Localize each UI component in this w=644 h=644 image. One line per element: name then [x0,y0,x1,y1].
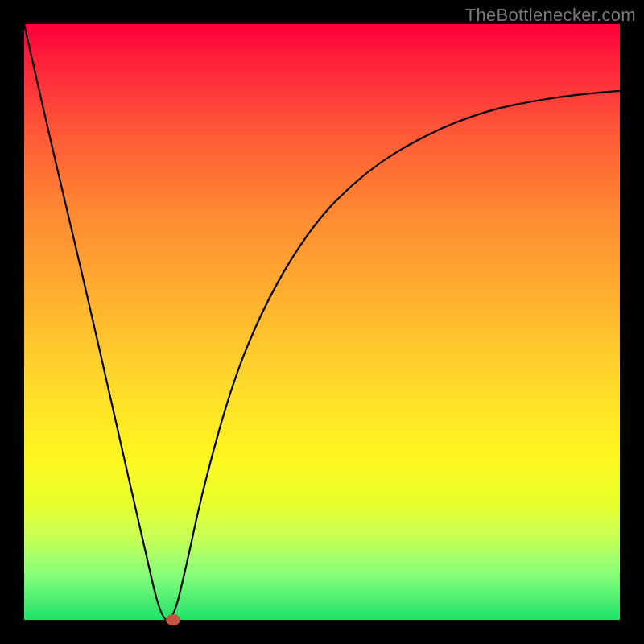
bottleneck-curve [24,24,620,620]
attribution-text: TheBottlenecker.com [465,5,636,26]
plot-area [24,24,620,620]
optimal-point-marker [166,614,180,625]
curve-path [24,24,620,620]
chart-frame: TheBottlenecker.com [0,0,644,644]
